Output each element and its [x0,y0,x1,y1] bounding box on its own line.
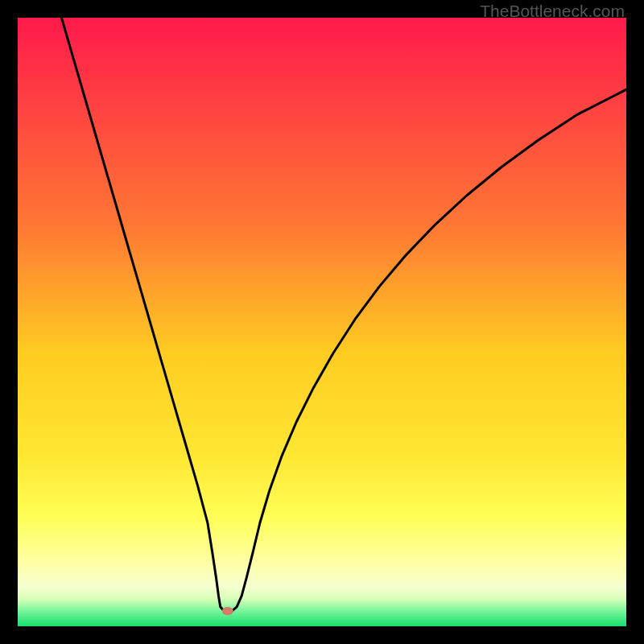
bottleneck-chart [18,18,626,626]
gradient-background [18,18,626,626]
attribution-text: TheBottleneck.com [480,2,625,21]
chart-frame [18,18,626,626]
optimum-marker [222,607,233,615]
